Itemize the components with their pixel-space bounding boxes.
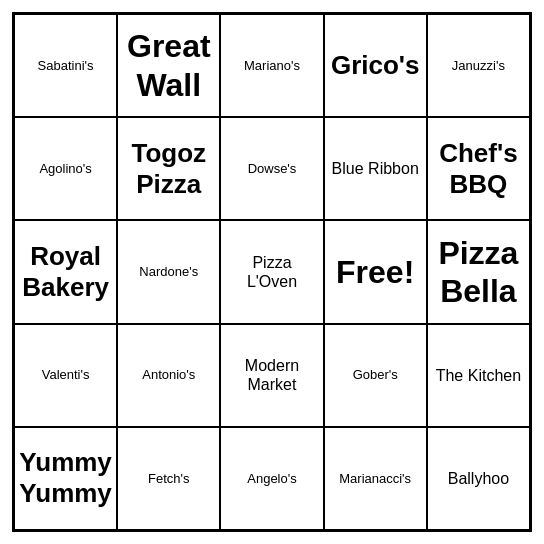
cell-text: Mariano's xyxy=(244,58,300,74)
bingo-cell: Nardone's xyxy=(117,220,220,323)
cell-text: Angelo's xyxy=(247,471,296,487)
bingo-cell: Mariano's xyxy=(220,14,323,117)
bingo-cell: Free! xyxy=(324,220,427,323)
bingo-cell: Togoz Pizza xyxy=(117,117,220,220)
bingo-cell: Fetch's xyxy=(117,427,220,530)
bingo-cell: Angelo's xyxy=(220,427,323,530)
cell-text: Modern Market xyxy=(225,356,318,394)
cell-text: Dowse's xyxy=(248,161,297,177)
cell-text: Sabatini's xyxy=(38,58,94,74)
cell-text: Agolino's xyxy=(39,161,91,177)
bingo-cell: Grico's xyxy=(324,14,427,117)
cell-text: Pizza Bella xyxy=(432,234,525,311)
cell-text: Januzzi's xyxy=(452,58,505,74)
bingo-cell: Blue Ribbon xyxy=(324,117,427,220)
cell-text: Yummy Yummy xyxy=(19,447,112,509)
bingo-cell: Valenti's xyxy=(14,324,117,427)
bingo-cell: Gober's xyxy=(324,324,427,427)
cell-text: Free! xyxy=(336,253,414,291)
cell-text: Blue Ribbon xyxy=(332,159,419,178)
cell-text: Great Wall xyxy=(122,27,215,104)
bingo-board: Sabatini'sGreat WallMariano'sGrico'sJanu… xyxy=(12,12,532,532)
bingo-cell: Great Wall xyxy=(117,14,220,117)
cell-text: Nardone's xyxy=(139,264,198,280)
bingo-cell: Agolino's xyxy=(14,117,117,220)
bingo-cell: Dowse's xyxy=(220,117,323,220)
cell-text: Ballyhoo xyxy=(448,469,509,488)
cell-text: Royal Bakery xyxy=(19,241,112,303)
bingo-cell: Modern Market xyxy=(220,324,323,427)
bingo-cell: Antonio's xyxy=(117,324,220,427)
cell-text: Gober's xyxy=(353,367,398,383)
cell-text: Marianacci's xyxy=(339,471,411,487)
bingo-cell: Royal Bakery xyxy=(14,220,117,323)
cell-text: The Kitchen xyxy=(436,366,521,385)
cell-text: Togoz Pizza xyxy=(122,138,215,200)
bingo-cell: Pizza Bella xyxy=(427,220,530,323)
bingo-cell: Chef's BBQ xyxy=(427,117,530,220)
cell-text: Fetch's xyxy=(148,471,190,487)
bingo-cell: Marianacci's xyxy=(324,427,427,530)
bingo-cell: Yummy Yummy xyxy=(14,427,117,530)
cell-text: Valenti's xyxy=(42,367,90,383)
bingo-cell: Sabatini's xyxy=(14,14,117,117)
cell-text: Pizza L'Oven xyxy=(225,253,318,291)
bingo-cell: Pizza L'Oven xyxy=(220,220,323,323)
bingo-cell: Januzzi's xyxy=(427,14,530,117)
bingo-cell: Ballyhoo xyxy=(427,427,530,530)
cell-text: Grico's xyxy=(331,50,420,81)
cell-text: Chef's BBQ xyxy=(432,138,525,200)
cell-text: Antonio's xyxy=(142,367,195,383)
bingo-cell: The Kitchen xyxy=(427,324,530,427)
